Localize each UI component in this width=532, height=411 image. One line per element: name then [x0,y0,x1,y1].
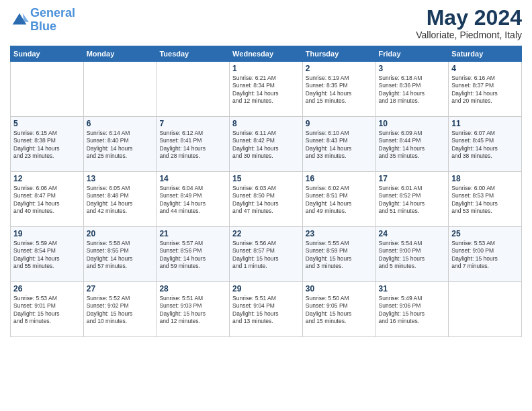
calendar-cell: 16Sunrise: 6:02 AMSunset: 8:51 PMDayligh… [302,172,375,227]
day-info: Sunrise: 6:12 AMSunset: 8:41 PMDaylight:… [159,130,226,161]
calendar-week-5: 26Sunrise: 5:53 AMSunset: 9:01 PMDayligh… [11,282,522,337]
day-number: 16 [306,174,373,183]
day-info: Sunrise: 5:51 AMSunset: 9:04 PMDaylight:… [232,295,300,326]
day-info: Sunrise: 5:53 AMSunset: 9:00 PMDaylight:… [451,240,519,271]
calendar: Sunday Monday Tuesday Wednesday Thursday… [10,46,522,337]
day-number: 25 [451,229,519,238]
calendar-cell: 22Sunrise: 5:56 AMSunset: 8:57 PMDayligh… [230,227,303,282]
col-saturday: Saturday [449,46,522,62]
day-info: Sunrise: 5:53 AMSunset: 9:01 PMDaylight:… [13,295,81,326]
day-number: 26 [13,284,81,293]
day-info: Sunrise: 5:50 AMSunset: 9:05 PMDaylight:… [306,295,373,326]
day-number: 2 [306,64,373,73]
calendar-cell [449,282,522,337]
day-info: Sunrise: 6:14 AMSunset: 8:40 PMDaylight:… [87,130,154,161]
day-number: 18 [451,174,519,183]
calendar-cell [157,62,230,117]
col-monday: Monday [83,46,157,62]
calendar-week-4: 19Sunrise: 5:59 AMSunset: 8:54 PMDayligh… [11,227,522,282]
col-sunday: Sunday [11,46,84,62]
day-number: 31 [379,284,446,293]
location: Valloriate, Piedmont, Italy [416,30,522,40]
day-info: Sunrise: 6:21 AMSunset: 8:34 PMDaylight:… [232,75,300,105]
day-number: 8 [232,119,300,128]
day-info: Sunrise: 5:56 AMSunset: 8:57 PMDaylight:… [232,240,300,271]
day-info: Sunrise: 5:51 AMSunset: 9:03 PMDaylight:… [159,295,226,326]
day-number: 29 [232,284,300,293]
day-number: 30 [306,284,373,293]
day-info: Sunrise: 6:15 AMSunset: 8:38 PMDaylight:… [13,130,81,161]
day-number: 20 [87,229,154,238]
day-info: Sunrise: 6:16 AMSunset: 8:37 PMDaylight:… [451,75,519,105]
day-info: Sunrise: 6:06 AMSunset: 8:47 PMDaylight:… [13,185,81,216]
day-number: 6 [87,119,154,128]
calendar-cell: 12Sunrise: 6:06 AMSunset: 8:47 PMDayligh… [11,172,84,227]
calendar-cell: 25Sunrise: 5:53 AMSunset: 9:00 PMDayligh… [449,227,522,282]
day-number: 1 [232,64,300,73]
day-number: 23 [306,229,373,238]
logo-icon [10,11,29,30]
day-info: Sunrise: 5:59 AMSunset: 8:54 PMDaylight:… [13,240,81,271]
day-info: Sunrise: 5:54 AMSunset: 9:00 PMDaylight:… [379,240,446,271]
calendar-cell: 15Sunrise: 6:03 AMSunset: 8:50 PMDayligh… [230,172,303,227]
col-wednesday: Wednesday [230,46,303,62]
day-number: 17 [379,174,446,183]
calendar-cell: 26Sunrise: 5:53 AMSunset: 9:01 PMDayligh… [11,282,84,337]
calendar-cell: 14Sunrise: 6:04 AMSunset: 8:49 PMDayligh… [157,172,230,227]
month-title: May 2024 [416,7,522,28]
calendar-cell: 11Sunrise: 6:07 AMSunset: 8:45 PMDayligh… [449,117,522,172]
calendar-cell: 9Sunrise: 6:10 AMSunset: 8:43 PMDaylight… [302,117,375,172]
page: General Blue May 2024 Valloriate, Piedmo… [0,0,532,411]
day-info: Sunrise: 6:04 AMSunset: 8:49 PMDaylight:… [159,185,226,216]
calendar-cell: 31Sunrise: 5:49 AMSunset: 9:06 PMDayligh… [375,282,449,337]
day-number: 10 [379,119,446,128]
day-number: 7 [159,119,226,128]
day-info: Sunrise: 6:18 AMSunset: 8:36 PMDaylight:… [379,75,446,105]
day-number: 27 [87,284,154,293]
calendar-cell: 6Sunrise: 6:14 AMSunset: 8:40 PMDaylight… [83,117,157,172]
day-info: Sunrise: 6:05 AMSunset: 8:48 PMDaylight:… [87,185,154,216]
calendar-cell: 17Sunrise: 6:01 AMSunset: 8:52 PMDayligh… [375,172,449,227]
logo-text: General Blue [30,7,75,34]
calendar-week-3: 12Sunrise: 6:06 AMSunset: 8:47 PMDayligh… [11,172,522,227]
col-friday: Friday [375,46,449,62]
calendar-cell: 2Sunrise: 6:19 AMSunset: 8:35 PMDaylight… [302,62,375,117]
calendar-cell: 24Sunrise: 5:54 AMSunset: 9:00 PMDayligh… [375,227,449,282]
day-number: 13 [87,174,154,183]
calendar-cell [83,62,157,117]
calendar-cell: 29Sunrise: 5:51 AMSunset: 9:04 PMDayligh… [230,282,303,337]
day-info: Sunrise: 6:19 AMSunset: 8:35 PMDaylight:… [306,75,373,105]
logo: General Blue [10,7,75,34]
day-number: 5 [13,119,81,128]
calendar-cell: 18Sunrise: 6:00 AMSunset: 8:53 PMDayligh… [449,172,522,227]
day-number: 24 [379,229,446,238]
calendar-cell: 19Sunrise: 5:59 AMSunset: 8:54 PMDayligh… [11,227,84,282]
calendar-cell [11,62,84,117]
calendar-cell: 30Sunrise: 5:50 AMSunset: 9:05 PMDayligh… [302,282,375,337]
calendar-week-2: 5Sunrise: 6:15 AMSunset: 8:38 PMDaylight… [11,117,522,172]
day-info: Sunrise: 5:58 AMSunset: 8:55 PMDaylight:… [87,240,154,271]
day-number: 3 [379,64,446,73]
calendar-cell: 20Sunrise: 5:58 AMSunset: 8:55 PMDayligh… [83,227,157,282]
day-number: 14 [159,174,226,183]
calendar-cell: 3Sunrise: 6:18 AMSunset: 8:36 PMDaylight… [375,62,449,117]
calendar-cell: 21Sunrise: 5:57 AMSunset: 8:56 PMDayligh… [157,227,230,282]
calendar-week-1: 1Sunrise: 6:21 AMSunset: 8:34 PMDaylight… [11,62,522,117]
day-number: 15 [232,174,300,183]
calendar-cell: 28Sunrise: 5:51 AMSunset: 9:03 PMDayligh… [157,282,230,337]
day-number: 12 [13,174,81,183]
day-info: Sunrise: 6:00 AMSunset: 8:53 PMDaylight:… [451,185,519,216]
day-info: Sunrise: 6:10 AMSunset: 8:43 PMDaylight:… [306,130,373,161]
title-area: May 2024 Valloriate, Piedmont, Italy [416,7,522,40]
day-info: Sunrise: 6:03 AMSunset: 8:50 PMDaylight:… [232,185,300,216]
day-number: 4 [451,64,519,73]
weekday-header-row: Sunday Monday Tuesday Wednesday Thursday… [11,46,522,62]
calendar-cell: 8Sunrise: 6:11 AMSunset: 8:42 PMDaylight… [230,117,303,172]
day-number: 21 [159,229,226,238]
day-info: Sunrise: 6:09 AMSunset: 8:44 PMDaylight:… [379,130,446,161]
day-info: Sunrise: 5:55 AMSunset: 8:59 PMDaylight:… [306,240,373,271]
day-number: 9 [306,119,373,128]
day-info: Sunrise: 5:57 AMSunset: 8:56 PMDaylight:… [159,240,226,271]
header: General Blue May 2024 Valloriate, Piedmo… [10,7,522,40]
calendar-cell: 5Sunrise: 6:15 AMSunset: 8:38 PMDaylight… [11,117,84,172]
